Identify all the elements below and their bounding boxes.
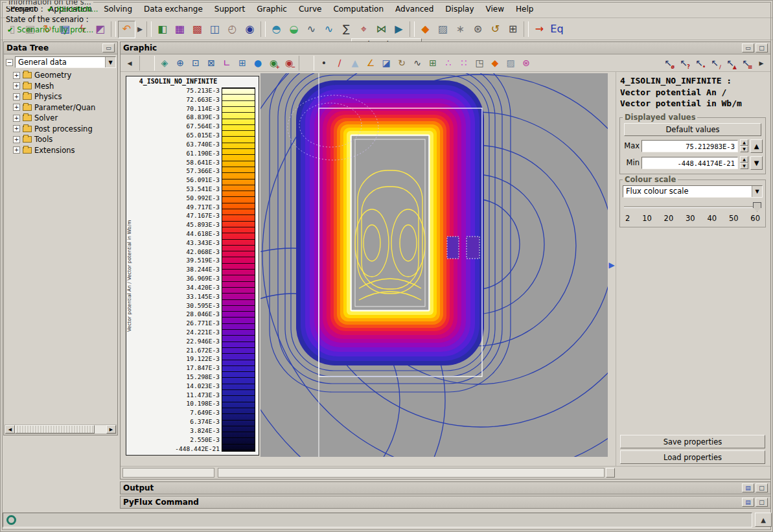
isoline-plot-canvas[interactable] bbox=[260, 73, 608, 457]
graphic-content: 4_ISOLIN_NO_INFINITE Vector potential An… bbox=[121, 72, 770, 466]
globe-icon[interactable]: ● bbox=[250, 56, 266, 71]
spinner-down-icon[interactable]: ▼ bbox=[740, 146, 748, 152]
canvas-horizontal-scrollbar[interactable] bbox=[218, 468, 605, 478]
legend-value: 68.839E-3 bbox=[135, 114, 220, 121]
max-value-input[interactable]: 75.212983E-3 bbox=[641, 140, 738, 152]
axes-icon[interactable]: ∟ bbox=[219, 56, 235, 71]
spinner-down-icon[interactable]: ▼ bbox=[740, 163, 748, 169]
select-line-icon[interactable]: ↖ ∕ bbox=[707, 56, 722, 71]
add-view-icon[interactable]: ◉ + bbox=[266, 56, 281, 71]
legend-value: 57.366E-3 bbox=[135, 168, 220, 174]
splitter-collapse-icon[interactable]: ▶ bbox=[608, 261, 614, 269]
displayed-values-group: Displayed values Default values Max 75.2… bbox=[619, 117, 766, 174]
min-step-down-button[interactable]: ▼ bbox=[750, 156, 763, 170]
colour-scale-combo[interactable]: Flux colour scale bbox=[623, 185, 763, 198]
legend-value: 36.969E-3 bbox=[135, 275, 220, 282]
isovalue-count-slider[interactable] bbox=[623, 202, 763, 213]
select-face-icon[interactable]: ↖ ▲ bbox=[722, 56, 738, 71]
path-icon[interactable]: ∿ bbox=[410, 56, 425, 71]
value-table-icon[interactable]: ⊞ bbox=[425, 56, 441, 71]
min-value-input[interactable]: -448.44174E-21 bbox=[641, 157, 738, 169]
legend-value: 2.550E-3 bbox=[135, 437, 220, 443]
legend-value: 70.114E-3 bbox=[135, 106, 220, 112]
maximize-panel-icon[interactable] bbox=[756, 483, 768, 492]
legend-value: 3.824E-3 bbox=[135, 428, 220, 434]
slider-track[interactable] bbox=[624, 206, 761, 208]
spinner-up-icon[interactable]: ▲ bbox=[740, 156, 748, 163]
expand-console-icon[interactable]: ▲ bbox=[755, 513, 772, 527]
slider-tick: 30 bbox=[686, 214, 695, 223]
select-volume-icon[interactable]: ↖ ⊠ bbox=[738, 56, 754, 71]
chevron-down-icon[interactable] bbox=[752, 186, 762, 197]
save-properties-button[interactable]: Save properties bbox=[620, 435, 765, 448]
scenario-state-value: Scenario fully proc... bbox=[17, 25, 93, 34]
legend-value: 65.015E-3 bbox=[135, 132, 220, 139]
colormap-icon[interactable]: ◆ bbox=[487, 56, 503, 71]
slider-tick-labels: 2102030405060 bbox=[623, 213, 763, 223]
load-properties-button[interactable]: Load properties bbox=[620, 450, 765, 464]
toolbar-separator bbox=[299, 56, 314, 71]
select-point-icon[interactable]: ↖ • bbox=[691, 56, 707, 71]
hatch-icon[interactable]: ▨ bbox=[503, 56, 518, 71]
legend-value: 42.068E-3 bbox=[135, 249, 220, 255]
isoline-style-icon[interactable]: ⊛ bbox=[518, 56, 534, 71]
panel-splitter[interactable]: ▶ bbox=[608, 73, 615, 457]
zoom-icon[interactable]: ⊕ bbox=[172, 56, 188, 71]
max-step-up-button[interactable]: ▲ bbox=[750, 139, 763, 153]
legend-value: 34.420E-3 bbox=[135, 284, 220, 291]
slider-thumb[interactable] bbox=[753, 202, 761, 212]
point-grid-icon[interactable]: ∷ bbox=[456, 56, 472, 71]
output-title: Output bbox=[123, 483, 154, 492]
legend-value: 17.847E-3 bbox=[135, 365, 220, 371]
shade-display-icon[interactable]: ◈ bbox=[157, 56, 172, 71]
restore-window-icon[interactable] bbox=[742, 43, 754, 52]
legend-horizontal-scrollbar[interactable] bbox=[122, 468, 214, 478]
graphic-title-bar: Graphic bbox=[121, 42, 770, 54]
delete-view-icon[interactable]: ◉ − bbox=[281, 56, 297, 71]
zoom-window-icon[interactable]: ⊡ bbox=[188, 56, 203, 71]
legend-value: 44.618E-3 bbox=[135, 231, 220, 237]
max-spinner: ▲ ▼ bbox=[740, 139, 748, 152]
rotate-view-icon[interactable]: ↻ bbox=[394, 56, 410, 71]
graphic-toolbar-right: ↖ ø ↖ ? ↖ • ↖ ∕ bbox=[660, 56, 769, 71]
properties-title-line: Vector potential in Wb/m bbox=[620, 98, 768, 110]
scroll-left-icon[interactable]: ◂ bbox=[122, 56, 137, 71]
isoline-plot[interactable] bbox=[260, 73, 608, 457]
properties-title-line: 4_ISOLIN_NO_INFINITE : bbox=[620, 75, 768, 87]
zoom-cancel-icon[interactable]: ⊠ bbox=[203, 56, 219, 71]
legend-title: 4_ISOLIN_NO_INFINITE bbox=[135, 78, 221, 85]
scenario-info-panel: Information on the s... Scenario : ✔ REF… bbox=[1, 1, 115, 72]
angle-icon[interactable]: ∠ bbox=[363, 56, 378, 71]
maximize-panel-icon[interactable] bbox=[756, 498, 768, 507]
slider-tick: 60 bbox=[750, 214, 760, 223]
plane-support-icon[interactable]: ▲ bbox=[347, 56, 363, 71]
spinner-up-icon[interactable]: ▲ bbox=[740, 139, 748, 146]
scroll-corner-button[interactable] bbox=[606, 468, 615, 478]
legend-values: 75.213E-372.663E-370.114E-368.839E-367.5… bbox=[135, 87, 220, 452]
line-support-icon[interactable]: ∕ bbox=[332, 56, 347, 71]
scroll-right-icon[interactable]: ▸ bbox=[754, 56, 769, 71]
export-view-icon[interactable]: ◳ bbox=[472, 56, 487, 71]
grid-icon[interactable]: ⊞ bbox=[235, 56, 250, 71]
undock-panel-icon[interactable] bbox=[742, 483, 754, 492]
point-cloud-icon[interactable]: ∴ bbox=[441, 56, 456, 71]
status-bar: ▲ bbox=[3, 512, 772, 528]
legend-value: 30.595E-3 bbox=[135, 303, 220, 309]
scenario-info-title: Information on the s... bbox=[6, 0, 93, 6]
output-dock-bar[interactable]: Output bbox=[120, 481, 771, 494]
legend-value: 43.343E-3 bbox=[135, 240, 220, 246]
default-values-button[interactable]: Default values bbox=[624, 123, 761, 136]
min-spinner: ▲ ▼ bbox=[740, 156, 748, 169]
maximize-window-icon[interactable] bbox=[756, 43, 768, 52]
legend-value: 38.244E-3 bbox=[135, 266, 220, 273]
select-info-icon[interactable]: ↖ ? bbox=[676, 56, 691, 71]
select-default-icon[interactable]: ↖ ø bbox=[660, 56, 676, 71]
legend-value: 75.213E-3 bbox=[135, 87, 220, 94]
colour-scale-group: Colour scale Flux colour scale 210203040… bbox=[619, 179, 766, 227]
cut-plane-icon[interactable]: ◪ bbox=[378, 56, 394, 71]
point-probe-icon[interactable]: • bbox=[316, 56, 332, 71]
properties-title-line: Vector potential An / bbox=[620, 87, 768, 98]
undock-panel-icon[interactable] bbox=[742, 498, 754, 507]
legend-vertical-label: Vector potential An / Vector potential i… bbox=[126, 102, 134, 450]
pyflux-dock-bar[interactable]: PyFlux Command bbox=[120, 496, 771, 509]
